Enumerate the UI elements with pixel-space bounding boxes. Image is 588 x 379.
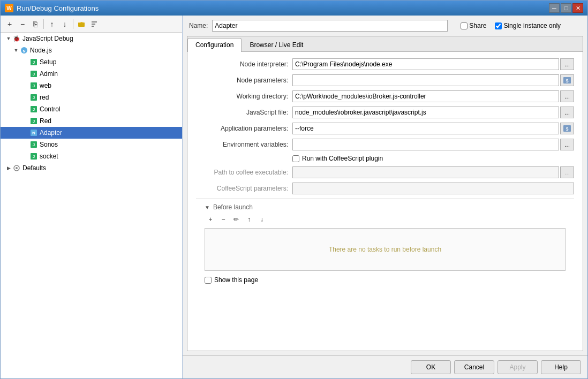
working-directory-input[interactable] (292, 90, 559, 102)
javascript-file-browse-button[interactable]: … (560, 107, 574, 118)
cancel-button[interactable]: Cancel (454, 360, 494, 374)
minimize-button[interactable]: ─ (549, 3, 560, 13)
nodejs-icon: N (20, 46, 28, 55)
node-parameters-var-button[interactable]: $ (560, 74, 574, 86)
copy-config-button[interactable]: ⎘ (29, 18, 41, 30)
config-area: Configuration Browser / Live Edit Node i… (187, 36, 583, 351)
before-launch-header[interactable]: ▼ Before launch (196, 201, 574, 213)
window-title: Run/Debug Configurations (17, 4, 99, 12)
show-page-row: Show this page (196, 273, 574, 287)
add-config-button[interactable]: + (4, 18, 16, 30)
coffee-path-label: Path to coffee executable: (196, 169, 292, 176)
node-parameters-row: Node parameters: $ (196, 74, 574, 86)
title-bar-left: W Run/Debug Configurations (5, 4, 99, 12)
working-directory-label: Working directory: (196, 93, 292, 100)
setup-icon: J (29, 58, 38, 66)
main-window: W Run/Debug Configurations ─ □ ✕ + − ⎘ ↑… (0, 0, 588, 379)
tree-item-red2[interactable]: ▶ J Red (1, 115, 182, 127)
debug-icon: 🐞 (12, 34, 21, 43)
tree-label-javascript-debug: JavaScript Debug (22, 35, 73, 42)
coffeescript-checkbox[interactable] (292, 155, 299, 162)
svg-text:N: N (22, 49, 25, 53)
svg-text:J: J (33, 154, 35, 159)
launch-up-button[interactable]: ↑ (243, 214, 255, 225)
node-interpreter-input[interactable] (292, 58, 559, 70)
show-page-checkbox[interactable] (205, 277, 212, 284)
coffee-path-input (292, 166, 559, 178)
env-variables-browse-button[interactable]: … (560, 139, 574, 150)
maximize-button[interactable]: □ (561, 3, 571, 13)
tree-item-javascript-debug[interactable]: ▼ 🐞 JavaScript Debug (1, 33, 182, 44)
tree-label-control: Control (40, 105, 61, 113)
ok-button[interactable]: OK (411, 360, 451, 374)
config-tree[interactable]: ▼ 🐞 JavaScript Debug ▼ N Node.js (1, 33, 182, 378)
socket-icon: J (29, 152, 38, 161)
apply-button[interactable]: Apply (497, 360, 538, 374)
svg-text:J: J (33, 72, 35, 77)
launch-add-button[interactable]: + (205, 214, 216, 225)
control-icon: J (29, 105, 38, 113)
remove-config-button[interactable]: − (17, 18, 28, 30)
tree-item-red[interactable]: ▶ J red (1, 92, 182, 103)
coffeescript-row: Run with CoffeeScript plugin (292, 155, 574, 162)
coffee-params-input (292, 183, 574, 194)
share-label[interactable]: Share (461, 22, 486, 29)
svg-text:J: J (33, 95, 35, 100)
svg-rect-0 (78, 22, 85, 27)
tree-item-socket[interactable]: ▶ J socket (1, 150, 182, 162)
tree-item-nodejs[interactable]: ▼ N Node.js (1, 44, 182, 56)
toolbar-separator-2 (73, 19, 73, 29)
coffee-params-label: CoffeeScript parameters: (196, 185, 292, 192)
tree-item-control[interactable]: ▶ J Control (1, 103, 182, 115)
tree-item-setup[interactable]: ▶ J Setup (1, 56, 182, 68)
single-instance-checkbox[interactable] (495, 22, 502, 29)
move-down-button[interactable]: ↓ (59, 18, 71, 30)
close-button[interactable]: ✕ (572, 3, 583, 13)
env-variables-input[interactable] (292, 139, 559, 150)
folder-button[interactable] (76, 18, 87, 30)
single-instance-label[interactable]: Single instance only (495, 22, 561, 29)
tree-label-web: web (40, 82, 51, 89)
name-input[interactable] (212, 20, 448, 32)
app-parameters-label: Application parameters: (196, 125, 292, 132)
svg-text:J: J (33, 84, 35, 88)
working-directory-row: Working directory: … (196, 90, 574, 102)
app-variables-icon: $ (563, 124, 571, 133)
move-up-button[interactable]: ↑ (46, 18, 58, 30)
sort-button[interactable] (88, 18, 100, 30)
tab-browser-live-edit[interactable]: Browser / Live Edit (242, 38, 311, 51)
working-directory-browse-button[interactable]: … (560, 90, 574, 102)
tree-label-defaults: Defaults (22, 164, 46, 172)
node-interpreter-row: Node interpreter: … (196, 58, 574, 70)
svg-text:$: $ (566, 126, 568, 132)
tree-item-web[interactable]: ▶ J web (1, 80, 182, 92)
launch-edit-button[interactable]: ✏ (230, 214, 242, 225)
tree-item-adapter[interactable]: ▶ N Adapter (1, 127, 182, 139)
launch-down-button[interactable]: ↓ (256, 214, 268, 225)
share-checkbox[interactable] (461, 22, 468, 29)
tab-configuration[interactable]: Configuration (187, 38, 242, 52)
tree-item-sonos[interactable]: ▶ J Sonos (1, 139, 182, 150)
launch-remove-button[interactable]: − (217, 214, 229, 225)
red-icon: J (29, 93, 38, 102)
tree-item-admin[interactable]: ▶ J Admin (1, 68, 182, 80)
tree-label-admin: Admin (40, 70, 58, 78)
left-panel: + − ⎘ ↑ ↓ (1, 16, 183, 378)
coffee-path-browse-button: … (560, 166, 574, 178)
app-parameters-var-button[interactable]: $ (560, 123, 574, 134)
tree-item-defaults[interactable]: ▶ Defaults (1, 162, 182, 174)
adapter-icon: N (29, 128, 38, 137)
before-launch-arrow: ▼ (205, 204, 210, 210)
coffeescript-label[interactable]: Run with CoffeeScript plugin (302, 155, 383, 162)
node-interpreter-browse-button[interactable]: … (560, 58, 574, 70)
app-parameters-input[interactable] (292, 123, 559, 134)
help-button[interactable]: Help (541, 360, 581, 374)
javascript-file-input[interactable] (292, 107, 559, 118)
right-panel: Name: Share Single instance only Configu… (183, 16, 587, 378)
app-icon: W (5, 4, 13, 12)
show-page-label[interactable]: Show this page (214, 276, 258, 284)
title-bar: W Run/Debug Configurations ─ □ ✕ (1, 1, 587, 16)
svg-text:J: J (33, 142, 35, 147)
node-parameters-input[interactable] (292, 74, 559, 86)
app-parameters-row: Application parameters: $ (196, 123, 574, 134)
